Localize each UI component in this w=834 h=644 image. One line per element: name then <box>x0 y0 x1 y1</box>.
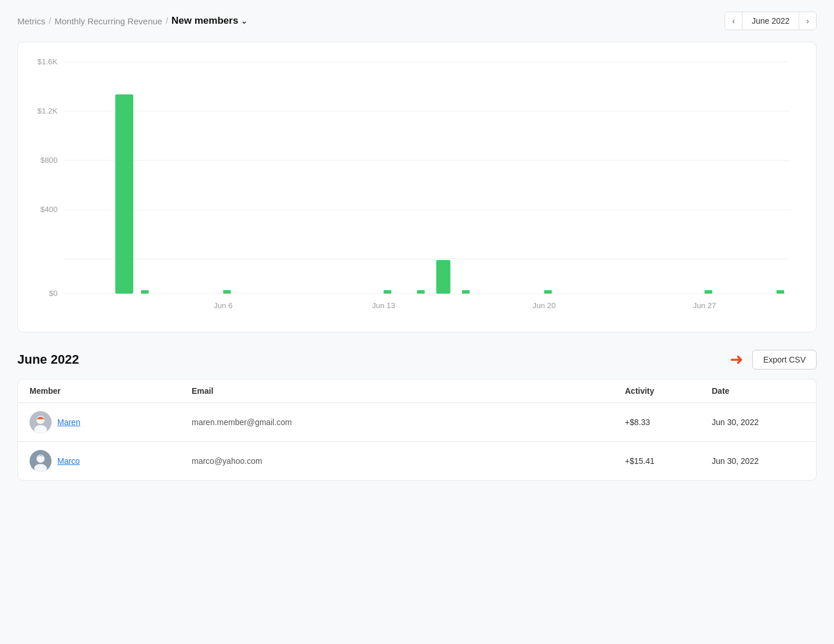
activity-maren: +$8.33 <box>625 418 712 427</box>
svg-rect-14 <box>383 290 391 294</box>
chevron-down-icon: ⌄ <box>241 17 247 25</box>
section-actions: ➜ Export CSV <box>730 350 817 369</box>
col-activity: Activity <box>625 386 712 396</box>
email-maren: maren.member@gmail.com <box>192 418 625 427</box>
member-cell-marco: Marco <box>30 450 192 472</box>
svg-text:$1.6K: $1.6K <box>38 58 58 66</box>
svg-text:$400: $400 <box>41 206 58 214</box>
section-header: June 2022 ➜ Export CSV <box>17 350 817 369</box>
member-name-maren[interactable]: Maren <box>57 418 81 427</box>
svg-text:Jun 6: Jun 6 <box>214 302 233 310</box>
svg-text:Jun 27: Jun 27 <box>693 302 716 310</box>
svg-text:$1.2K: $1.2K <box>38 108 58 115</box>
date-nav-label: June 2022 <box>742 12 799 30</box>
col-email: Email <box>192 386 625 396</box>
svg-rect-16 <box>436 260 450 294</box>
bar-chart: $1.6K $1.2K $800 $400 $0 <box>32 56 802 323</box>
date-marco: Jun 30, 2022 <box>712 456 804 466</box>
section-title: June 2022 <box>17 352 79 367</box>
breadcrumb-sep-1: / <box>49 16 51 25</box>
col-date: Date <box>712 386 804 396</box>
breadcrumb-mrr[interactable]: Monthly Recurring Revenue <box>54 16 162 26</box>
svg-rect-12 <box>141 290 148 294</box>
svg-text:Jun 13: Jun 13 <box>372 302 395 310</box>
svg-rect-19 <box>705 290 712 294</box>
table-row: Marco marco@yahoo.com +$15.41 Jun 30, 20… <box>18 442 816 480</box>
breadcrumb-current[interactable]: New members ⌄ <box>171 15 247 27</box>
date-maren: Jun 30, 2022 <box>712 418 804 427</box>
breadcrumb-sep-2: / <box>166 16 168 25</box>
member-name-marco[interactable]: Marco <box>57 456 80 466</box>
avatar-maren <box>30 411 52 433</box>
svg-rect-18 <box>544 290 551 294</box>
table-header: Member Email Activity Date <box>18 379 816 403</box>
chart-area: $1.6K $1.2K $800 $400 $0 <box>32 56 802 323</box>
breadcrumb: Metrics / Monthly Recurring Revenue / Ne… <box>17 15 247 27</box>
col-member: Member <box>30 386 192 396</box>
svg-text:$800: $800 <box>41 157 58 164</box>
next-date-button[interactable]: › <box>799 12 816 30</box>
svg-rect-17 <box>462 290 470 294</box>
avatar-marco <box>30 450 52 472</box>
current-label: New members <box>171 15 238 27</box>
svg-text:Jun 20: Jun 20 <box>533 302 556 310</box>
chart-card: $1.6K $1.2K $800 $400 $0 <box>17 42 817 332</box>
member-cell-maren: Maren <box>30 411 192 433</box>
svg-rect-15 <box>417 290 425 294</box>
activity-marco: +$15.41 <box>625 456 712 466</box>
export-csv-button[interactable]: Export CSV <box>752 350 817 369</box>
prev-date-button[interactable]: ‹ <box>725 12 742 30</box>
members-table: Member Email Activity Date Maren maren.m… <box>17 379 817 481</box>
arrow-right-icon: ➜ <box>730 352 743 368</box>
table-row: Maren maren.member@gmail.com +$8.33 Jun … <box>18 403 816 442</box>
svg-point-29 <box>36 455 45 463</box>
page-header: Metrics / Monthly Recurring Revenue / Ne… <box>17 12 817 30</box>
svg-rect-13 <box>223 290 231 294</box>
date-navigator: ‹ June 2022 › <box>725 12 817 30</box>
breadcrumb-metrics[interactable]: Metrics <box>17 16 45 26</box>
svg-rect-20 <box>777 290 784 294</box>
svg-rect-11 <box>115 94 133 294</box>
email-marco: marco@yahoo.com <box>192 456 625 466</box>
svg-text:$0: $0 <box>49 290 58 298</box>
